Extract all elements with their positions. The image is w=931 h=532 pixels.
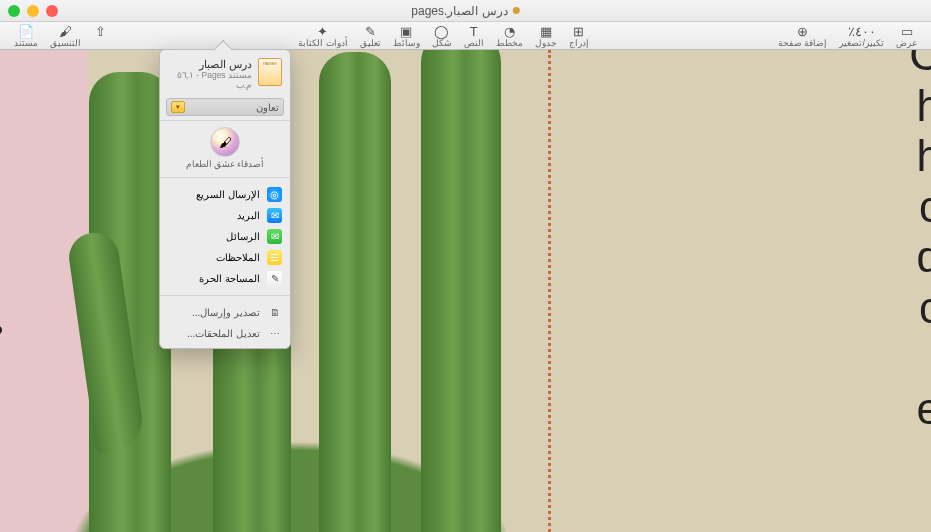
view-icon: ▭ xyxy=(899,24,915,38)
edit-ext-icon: ⋯ xyxy=(267,326,282,341)
format-label: التنسيق xyxy=(50,39,81,48)
share-edit-ext-item[interactable]: ⋯تعديل الملحقات... xyxy=(160,323,290,344)
text-label: النص xyxy=(464,39,484,48)
insert-icon: ⊞ xyxy=(571,24,587,38)
view-label: عرض xyxy=(896,39,917,48)
writing-tools-button[interactable]: ✦أدوات الكتابة xyxy=(298,24,348,48)
format-icon: 🖌 xyxy=(57,24,73,38)
contact-name: أصدقاء عشق الطعام xyxy=(186,160,265,169)
dropdown-toggle-icon: ▾ xyxy=(171,101,185,113)
share-freeform-item[interactable]: ✎المساحة الحرة xyxy=(160,268,290,289)
table-button[interactable]: ▦جدول xyxy=(535,24,557,48)
format-button[interactable]: 🖌التنسيق xyxy=(50,24,81,48)
share-messages-item[interactable]: ✉الرسائل xyxy=(160,226,290,247)
document-text: Chhcdcle xyxy=(911,50,931,435)
scribble-icon xyxy=(0,260,18,340)
media-icon: ▣ xyxy=(398,24,414,38)
mail-icon: ✉ xyxy=(267,208,282,223)
pages-doc-icon xyxy=(258,58,282,86)
traffic-lights xyxy=(8,5,58,17)
add-page-button[interactable]: ⊕إضافة صفحة xyxy=(778,24,828,48)
notes-icon: ☰ xyxy=(267,250,282,265)
share-contacts: أصدقاء عشق الطعام xyxy=(160,120,290,175)
insert-label: إدراج xyxy=(569,39,589,48)
share-item-label: الملاحظات xyxy=(216,252,260,263)
minimize-window-button[interactable] xyxy=(27,5,39,17)
messages-icon: ✉ xyxy=(267,229,282,244)
share-doc-subtitle: مستند Pages - ٥٦,١ م.ب xyxy=(168,70,252,90)
chart-button[interactable]: ◔مخطط xyxy=(496,24,523,48)
export-icon: 🗎 xyxy=(267,305,282,320)
share-mode-label: تعاون xyxy=(256,102,279,113)
share-mode-selector[interactable]: تعاون ▾ xyxy=(166,98,284,116)
share-airdrop-item[interactable]: ◎الإرسال السريع xyxy=(160,184,290,205)
shape-label: شكل xyxy=(432,39,452,48)
share-export-item[interactable]: 🗎تصدير وإرسال... xyxy=(160,302,290,323)
zoom-label: تكبير/تصغير xyxy=(839,39,884,48)
document-icon: 📄 xyxy=(18,24,34,38)
titlebar: درس الصبار.pages xyxy=(0,0,931,22)
document-canvas[interactable]: Chhcdcle xyxy=(0,50,931,532)
share-popover: درس الصبار مستند Pages - ٥٦,١ م.ب تعاون … xyxy=(159,49,291,349)
add-page-icon: ⊕ xyxy=(795,24,811,38)
comment-icon: ✎ xyxy=(362,24,378,38)
share-item-label: الإرسال السريع xyxy=(196,189,260,200)
toolbar: ▭عرض٤٠٠٪تكبير/تصغير⊕إضافة صفحة ⊞إدراج▦جد… xyxy=(0,22,931,50)
maximize-window-button[interactable] xyxy=(8,5,20,17)
unsaved-dot-icon xyxy=(513,7,520,14)
shape-button[interactable]: ◯شكل xyxy=(432,24,452,48)
document-button[interactable]: 📄مستند xyxy=(14,24,38,48)
cactus-stem-icon xyxy=(319,52,391,532)
share-icon: ⇧ xyxy=(93,24,109,38)
document-label: مستند xyxy=(14,39,38,48)
share-mail-item[interactable]: ✉البريد xyxy=(160,205,290,226)
share-item-label: البريد xyxy=(237,210,260,221)
window-title-text: درس الصبار.pages xyxy=(411,4,507,18)
window-title: درس الصبار.pages xyxy=(411,4,519,18)
share-action-label: تصدير وإرسال... xyxy=(192,307,260,318)
share-button[interactable]: ⇧ xyxy=(93,24,109,48)
media-button[interactable]: ▣وسائط xyxy=(393,24,420,48)
cactus-stem-icon xyxy=(421,50,501,532)
zoom-icon: ٤٠٠٪ xyxy=(854,24,870,38)
share-item-label: الرسائل xyxy=(226,231,260,242)
text-button[interactable]: Tالنص xyxy=(464,24,484,48)
table-label: جدول xyxy=(535,39,557,48)
view-button[interactable]: ▭عرض xyxy=(896,24,917,48)
freeform-icon: ✎ xyxy=(267,271,282,286)
writing-tools-label: أدوات الكتابة xyxy=(298,39,348,48)
media-label: وسائط xyxy=(393,39,420,48)
close-window-button[interactable] xyxy=(46,5,58,17)
insert-button[interactable]: ⊞إدراج xyxy=(569,24,589,48)
zoom-button[interactable]: ٤٠٠٪تكبير/تصغير xyxy=(839,24,884,48)
add-page-label: إضافة صفحة xyxy=(778,39,828,48)
table-icon: ▦ xyxy=(538,24,554,38)
share-doc-title: درس الصبار xyxy=(168,58,252,70)
share-action-label: تعديل الملحقات... xyxy=(187,328,260,339)
share-notes-item[interactable]: ☰الملاحظات xyxy=(160,247,290,268)
comment-button[interactable]: ✎تعليق xyxy=(360,24,381,48)
text-icon: T xyxy=(466,24,482,38)
share-item-label: المساحة الحرة xyxy=(199,273,260,284)
shape-icon: ◯ xyxy=(434,24,450,38)
comment-label: تعليق xyxy=(360,39,381,48)
chart-icon: ◔ xyxy=(501,24,517,38)
contact-avatar-icon[interactable] xyxy=(210,127,240,157)
airdrop-icon: ◎ xyxy=(267,187,282,202)
writing-tools-icon: ✦ xyxy=(315,24,331,38)
margin-guide xyxy=(548,50,551,532)
chart-label: مخطط xyxy=(496,39,523,48)
